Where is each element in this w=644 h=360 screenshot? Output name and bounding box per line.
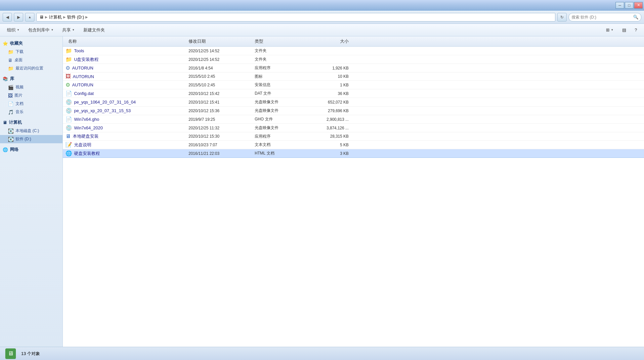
statusbar: 🖥 13 个对象	[0, 347, 644, 360]
file-name-label: 光盘说明	[74, 142, 91, 148]
file-name-label: 硬盘安装教程	[74, 151, 100, 157]
sidebar-favorites-section: ⭐ 收藏夹 📁 下载 🖥 桌面 📁 最近访问的位置	[0, 39, 63, 72]
table-row[interactable]: 📄 Win7x64.gho 2019/9/7 19:25 GHO 文件 2,90…	[63, 115, 644, 124]
col-size-header[interactable]: 大小	[308, 38, 354, 44]
file-type-icon: 📁	[65, 48, 72, 54]
breadcrumb-drive[interactable]: 软件 (D:)	[67, 14, 84, 20]
details-icon: ▤	[622, 27, 626, 32]
file-name-cell: 🌐 硬盘安装教程	[63, 150, 189, 157]
breadcrumb-computer[interactable]: 计算机	[49, 14, 62, 20]
sidebar-item-recent-label: 最近访问的位置	[16, 66, 43, 71]
toolbar: 组织 ▼ 包含到库中 ▼ 共享 ▼ 新建文件夹 ⊞ ▼ ▤ ?	[0, 24, 644, 36]
file-name-cell: 💿 pe_yqs_1064_20_07_31_16_04	[63, 99, 189, 105]
sidebar-item-video[interactable]: 🎬 视频	[0, 83, 63, 91]
view-options-button[interactable]: ⊞ ▼	[602, 25, 617, 35]
file-size-cell: 652,072 KB	[308, 100, 354, 105]
file-size-cell: 5 KB	[308, 143, 354, 147]
status-count: 13 个对象	[21, 351, 40, 357]
sidebar-item-desktop[interactable]: 🖥 桌面	[0, 56, 63, 64]
breadcrumb-sep1: ▶	[45, 15, 48, 19]
new-folder-button[interactable]: 新建文件夹	[80, 25, 108, 35]
table-row[interactable]: 📁 U盘安装教程 2020/12/25 14:52 文件夹	[63, 55, 644, 64]
file-date-cell: 2015/5/10 2:45	[189, 74, 255, 79]
picture-icon: 🖼	[8, 93, 13, 98]
document-icon: 📄	[8, 101, 14, 107]
help-button[interactable]: ?	[631, 25, 641, 35]
sidebar-item-music[interactable]: 🎵 音乐	[0, 108, 63, 116]
table-row[interactable]: 📁 Tools 2020/12/25 14:52 文件夹	[63, 47, 644, 55]
file-date-cell: 2016/10/23 7:07	[189, 143, 255, 147]
sidebar-computer-header[interactable]: 🖥 计算机	[0, 118, 63, 127]
file-name-cell: 💿 pe_yqs_xp_20_07_31_15_53	[63, 108, 189, 114]
forward-button[interactable]: ▶	[14, 13, 23, 22]
back-button[interactable]: ◀	[3, 13, 12, 22]
table-row[interactable]: 📄 Config.dat 2020/10/12 15:42 DAT 文件 36 …	[63, 89, 644, 98]
file-name-label: AUTORUN	[72, 66, 93, 70]
organize-button[interactable]: 组织 ▼	[3, 25, 23, 35]
breadcrumb-sep2: ▶	[63, 15, 66, 19]
breadcrumb-bar[interactable]: 🖥 ▶ 计算机 ▶ 软件 (D:) ▶	[36, 13, 555, 22]
search-icon: 🔍	[633, 15, 638, 20]
sidebar-item-download[interactable]: 📁 下载	[0, 48, 63, 56]
col-name-header[interactable]: 名称	[63, 38, 189, 44]
file-name-label: Win7x64_2020	[74, 125, 103, 130]
details-pane-button[interactable]: ▤	[619, 25, 630, 35]
col-type-header[interactable]: 类型	[255, 38, 308, 44]
file-size-cell: 3 KB	[308, 151, 354, 156]
share-label: 共享	[62, 27, 71, 33]
sidebar-item-recent[interactable]: 📁 最近访问的位置	[0, 64, 63, 72]
file-type-icon: 💿	[65, 125, 72, 131]
file-name-label: AUTORUN	[72, 82, 93, 87]
desktop-icon: 🖥	[8, 58, 13, 63]
download-icon: 📁	[8, 49, 14, 55]
table-row[interactable]: 💿 pe_yqs_xp_20_07_31_15_53 2020/10/12 15…	[63, 107, 644, 115]
file-type-icon: ⚙	[65, 65, 70, 71]
minimize-button[interactable]: ─	[616, 2, 624, 9]
up-button[interactable]: ▲	[25, 13, 34, 22]
table-row[interactable]: ⚙ AUTORUN 2015/5/10 2:45 安装信息 1 KB	[63, 81, 644, 89]
table-row[interactable]: 💿 Win7x64_2020 2020/12/25 11:32 光盘映像文件 3…	[63, 124, 644, 132]
music-icon: 🎵	[8, 110, 14, 115]
share-dropdown-icon: ▼	[72, 28, 75, 31]
maximize-button[interactable]: □	[625, 2, 633, 9]
table-row[interactable]: 🖼 AUTORUN 2015/5/10 2:45 图标 10 KB	[63, 72, 644, 81]
sidebar-library-header[interactable]: 📚 库	[0, 74, 63, 83]
table-row[interactable]: 🌐 硬盘安装教程 2016/11/21 22:03 HTML 文档 3 KB	[63, 149, 644, 158]
file-date-cell: 2020/10/12 15:42	[189, 91, 255, 96]
file-type-icon: 📄	[65, 90, 72, 97]
sidebar-item-d-drive[interactable]: 💽 软件 (D:)	[0, 135, 63, 143]
file-name-cell: ⚙ AUTORUN	[63, 65, 189, 71]
status-app-icon: 🖥	[5, 348, 16, 359]
file-name-label: AUTORUN	[73, 74, 94, 79]
include-library-dropdown-icon: ▼	[51, 28, 54, 31]
network-label: 网络	[10, 147, 19, 153]
search-input[interactable]	[572, 15, 632, 20]
file-name-cell: 🖥 本地硬盘安装	[63, 133, 189, 139]
refresh-button[interactable]: ↻	[557, 13, 567, 22]
sidebar-item-picture[interactable]: 🖼 图片	[0, 91, 63, 100]
sidebar-network-header[interactable]: 🌐 网络	[0, 145, 63, 154]
file-name-cell: 🖼 AUTORUN	[63, 73, 189, 79]
c-drive-icon: 💽	[8, 128, 14, 134]
col-date-header[interactable]: 修改日期	[189, 38, 255, 44]
close-button[interactable]: ✕	[634, 2, 643, 9]
sidebar-item-c-drive-label: 本地磁盘 (C:)	[16, 128, 39, 134]
file-date-cell: 2020/12/25 14:52	[189, 49, 255, 53]
sidebar-item-c-drive[interactable]: 💽 本地磁盘 (C:)	[0, 127, 63, 135]
filelist: 名称 修改日期 类型 大小 📁 Tools 2020/12/25 14:52 文…	[63, 36, 644, 347]
search-bar[interactable]: 🔍	[569, 13, 641, 22]
sidebar-item-document[interactable]: 📄 文档	[0, 100, 63, 108]
addressbar: ◀ ▶ ▲ 🖥 ▶ 计算机 ▶ 软件 (D:) ▶ ↻ 🔍	[0, 11, 644, 24]
table-row[interactable]: ⚙ AUTORUN 2016/1/8 4:54 应用程序 1,926 KB	[63, 64, 644, 72]
table-row[interactable]: 🖥 本地硬盘安装 2020/10/12 15:30 应用程序 28,315 KB	[63, 132, 644, 141]
file-rows-container: 📁 Tools 2020/12/25 14:52 文件夹 📁 U盘安装教程 20…	[63, 47, 644, 158]
include-library-button[interactable]: 包含到库中 ▼	[24, 25, 57, 35]
sidebar-item-picture-label: 图片	[15, 93, 22, 98]
sidebar-favorites-header[interactable]: ⭐ 收藏夹	[0, 39, 63, 48]
table-row[interactable]: 📝 光盘说明 2016/10/23 7:07 文本文档 5 KB	[63, 141, 644, 149]
table-row[interactable]: 💿 pe_yqs_1064_20_07_31_16_04 2020/10/12 …	[63, 98, 644, 107]
sidebar-item-video-label: 视频	[16, 84, 23, 90]
share-button[interactable]: 共享 ▼	[59, 25, 78, 35]
file-name-cell: 📄 Win7x64.gho	[63, 116, 189, 122]
file-size-cell: 279,696 KB	[308, 109, 354, 113]
